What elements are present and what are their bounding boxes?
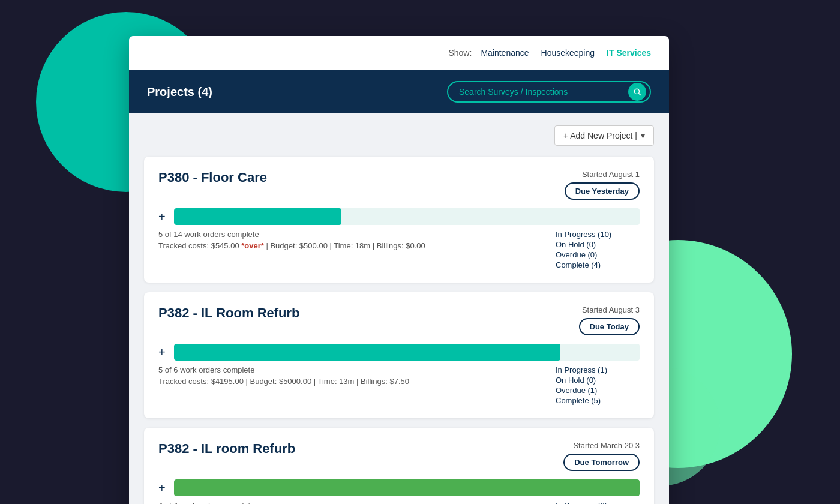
card-header: P380 - Floor Care Started August 1 Due Y… — [158, 170, 640, 200]
add-workorder-button[interactable]: + — [158, 482, 166, 494]
stat-item: On Hold (0) — [556, 240, 596, 249]
costs-line: Tracked costs: $545.00 *over* | Budget: … — [158, 241, 544, 250]
search-button[interactable] — [628, 83, 646, 101]
over-budget: *over* — [241, 241, 264, 250]
work-orders-text: 5 of 14 work orders complete — [158, 230, 544, 239]
status-badge: Due Yesterday — [565, 182, 640, 200]
card-header: P382 - IL Room Refurb Started August 3 D… — [158, 305, 640, 335]
card-title: P382 - IL room Refurb — [158, 441, 295, 457]
card-title: P380 - Floor Care — [158, 170, 267, 185]
nav-housekeeping[interactable]: Housekeeping — [541, 48, 595, 58]
card-date-status: Started March 20 3 Due Tomorrow — [563, 441, 640, 471]
card-stats: 4 of 4 work orders complete Tracked cost… — [158, 501, 640, 504]
costs-line: Tracked costs: $4195.00 | Budget: $5000.… — [158, 377, 544, 386]
progress-fill — [174, 344, 560, 361]
card-stats: 5 of 14 work orders complete Tracked cos… — [158, 230, 640, 269]
progress-fill — [174, 479, 640, 496]
nav-links: Maintenance Housekeeping IT Services — [481, 48, 651, 58]
started-date: Started March 20 3 — [563, 441, 640, 450]
progress-bar — [174, 344, 640, 361]
content-area: + Add New Project | ▾ P380 - Floor Care … — [129, 113, 669, 504]
stat-item: On Hold (0) — [556, 376, 596, 385]
card-date-status: Started August 3 Due Today — [579, 305, 640, 335]
status-badge: Due Tomorrow — [563, 454, 640, 471]
page-title: Projects (4) — [147, 85, 212, 99]
costs-text: Tracked costs: $545.00 *over* | Budget: … — [158, 241, 425, 250]
card-date-status: Started August 1 Due Yesterday — [565, 170, 640, 200]
search-input[interactable] — [447, 81, 651, 103]
project-card-p382b: P382 - IL room Refurb Started March 20 3… — [144, 428, 654, 504]
stat-item: In Progress (1) — [556, 365, 607, 374]
progress-section: + — [158, 479, 640, 496]
progress-section: + — [158, 344, 640, 361]
show-label: Show: — [448, 48, 472, 58]
nav-maintenance[interactable]: Maintenance — [481, 48, 529, 58]
nav-it-services[interactable]: IT Services — [607, 48, 651, 58]
add-workorder-button[interactable]: + — [158, 211, 166, 223]
card-title: P382 - IL Room Refurb — [158, 305, 300, 321]
search-icon — [633, 88, 641, 96]
stat-item: Complete (5) — [556, 396, 601, 405]
stats-right: In Progress (1) On Hold (0) Overdue (1) … — [556, 365, 640, 405]
stats-right: In Progress (10) On Hold (0) Overdue (0)… — [556, 230, 640, 269]
stats-left: 5 of 6 work orders complete Tracked cost… — [158, 365, 544, 386]
progress-section: + — [158, 208, 640, 225]
stat-item: Overdue (1) — [556, 386, 597, 395]
header-bar: Projects (4) — [129, 70, 669, 113]
costs-text: Tracked costs: $4195.00 | Budget: $5000.… — [158, 377, 409, 386]
main-container: Show: Maintenance Housekeeping IT Servic… — [129, 36, 669, 504]
started-date: Started August 3 — [579, 305, 640, 314]
toolbar: + Add New Project | ▾ — [144, 125, 654, 146]
stat-item: Overdue (0) — [556, 250, 597, 259]
stats-left: 5 of 14 work orders complete Tracked cos… — [158, 230, 544, 250]
stat-item: In Progress (0) — [556, 501, 607, 504]
card-header: P382 - IL room Refurb Started March 20 3… — [158, 441, 640, 471]
work-orders-text: 4 of 4 work orders complete — [158, 501, 544, 504]
stats-right: In Progress (0) On Hold (0) Overdue (0) … — [556, 501, 640, 504]
progress-bar — [174, 208, 640, 225]
progress-bar — [174, 479, 640, 496]
stat-item: Complete (4) — [556, 260, 601, 269]
project-card-p380: P380 - Floor Care Started August 1 Due Y… — [144, 157, 654, 283]
project-card-p382a: P382 - IL Room Refurb Started August 3 D… — [144, 292, 654, 418]
add-project-button[interactable]: + Add New Project | ▾ — [554, 125, 654, 146]
stats-left: 4 of 4 work orders complete Tracked cost… — [158, 501, 544, 504]
status-badge: Due Today — [579, 318, 640, 335]
top-bar: Show: Maintenance Housekeeping IT Servic… — [129, 36, 669, 70]
svg-line-1 — [639, 94, 641, 95]
svg-point-0 — [634, 89, 639, 94]
projects-list: P380 - Floor Care Started August 1 Due Y… — [144, 157, 654, 504]
add-project-label: + Add New Project | — [563, 131, 637, 140]
search-container — [447, 81, 651, 103]
card-stats: 5 of 6 work orders complete Tracked cost… — [158, 365, 640, 405]
work-orders-text: 5 of 6 work orders complete — [158, 365, 544, 374]
dropdown-arrow[interactable]: ▾ — [641, 131, 645, 140]
started-date: Started August 1 — [565, 170, 640, 179]
progress-fill — [174, 208, 341, 225]
stat-item: In Progress (10) — [556, 230, 611, 239]
add-workorder-button[interactable]: + — [158, 346, 166, 358]
